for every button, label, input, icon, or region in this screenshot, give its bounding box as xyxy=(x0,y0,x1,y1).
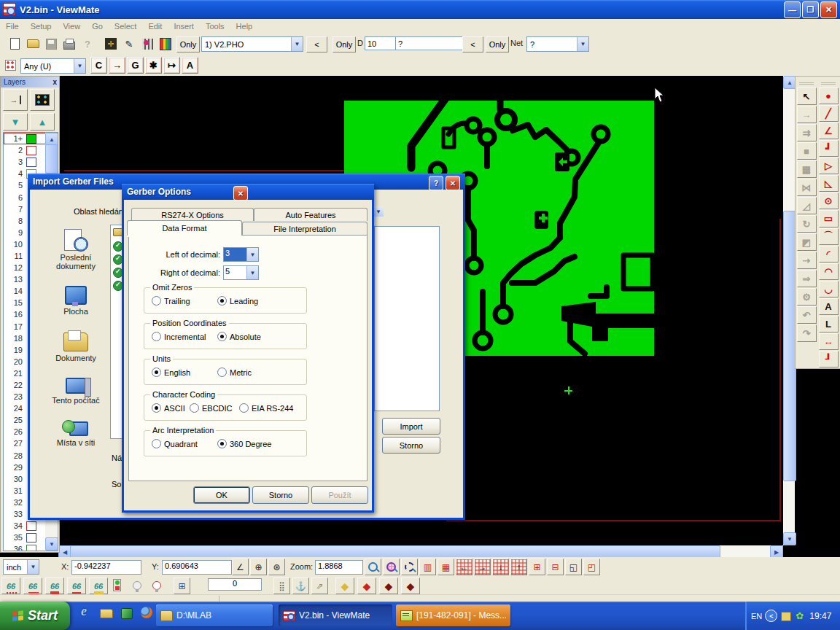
place-documents[interactable]: Dokumenty xyxy=(42,328,109,362)
gerber-dialog-titlebar[interactable]: Gerber Options ✕ xyxy=(122,184,374,200)
save-icon[interactable] xyxy=(42,35,60,52)
rotate-tool-icon[interactable]: ↻ xyxy=(797,215,817,233)
full-grid-icon[interactable]: ▦ xyxy=(438,559,454,575)
open-file-icon[interactable] xyxy=(24,35,42,52)
arc-up-tool-icon[interactable]: ◠ xyxy=(819,263,839,280)
select-c-icon[interactable]: C xyxy=(90,57,107,74)
angle-measure-icon[interactable]: ∠ xyxy=(232,559,249,575)
select-window-icon[interactable]: ◰ xyxy=(583,559,600,575)
radio-metric[interactable]: Metric xyxy=(217,368,252,377)
layer-down-icon[interactable]: ▼ xyxy=(3,113,28,131)
scroll-down-icon[interactable]: ▼ xyxy=(45,537,58,551)
vector-snap-icon[interactable]: ⇗ xyxy=(311,578,328,594)
menu-item[interactable]: Help xyxy=(230,20,259,32)
menu-item[interactable]: Edit xyxy=(142,20,168,32)
select-g-icon[interactable]: G xyxy=(127,57,144,74)
pan-left-icon[interactable]: ← xyxy=(456,559,472,575)
layers-panel-titlebar[interactable]: Layers x xyxy=(1,77,59,88)
highlight-state-icon[interactable] xyxy=(109,578,125,593)
arc-tool-icon[interactable]: ◜ xyxy=(819,246,839,262)
unit-select[interactable]: inch▼ xyxy=(3,559,39,575)
dcode-filter-input[interactable] xyxy=(395,36,464,50)
tile-view-icon[interactable]: ⊞ xyxy=(174,578,190,594)
ortho-line-tool-icon[interactable]: ┛ xyxy=(819,140,839,157)
dimension-tool-icon[interactable]: ↔ xyxy=(819,333,839,350)
goto-next-icon[interactable]: → xyxy=(109,57,125,74)
storno-button[interactable]: Storno xyxy=(252,486,309,504)
anchor-icon[interactable]: ⚓ xyxy=(292,578,309,594)
help-book-icon[interactable] xyxy=(120,606,134,621)
close-button[interactable]: ✕ xyxy=(820,1,837,18)
layer-table-icon[interactable] xyxy=(30,89,55,111)
pad-flash-mode-icon[interactable]: ◆ xyxy=(335,578,354,594)
selected-files-list[interactable] xyxy=(374,226,440,411)
icq-tray-icon[interactable]: ✿ xyxy=(794,610,805,621)
line-tool-icon[interactable]: ╱ xyxy=(819,105,839,122)
net-select[interactable]: ?▼ xyxy=(526,36,589,52)
import-button[interactable]: Import xyxy=(382,418,440,435)
view-filled-icon[interactable] xyxy=(45,578,64,594)
task-messenger[interactable]: [191-482-091] - Mess... xyxy=(396,604,510,626)
arc-down-tool-icon[interactable]: ◡ xyxy=(819,281,839,298)
prev-layer-button[interactable]: < xyxy=(306,36,327,52)
tab-auto-features[interactable]: Auto Features xyxy=(254,208,368,221)
move-tool-icon[interactable]: → xyxy=(797,106,817,123)
menu-item[interactable]: Tools xyxy=(200,20,230,32)
close-icon[interactable]: ✕ xyxy=(233,186,248,201)
color-setup-icon[interactable] xyxy=(157,35,174,52)
mirror-tool-icon[interactable]: ⋈ xyxy=(797,179,817,196)
flip-tool-icon[interactable]: ◿ xyxy=(797,197,817,214)
pan-right-icon[interactable]: → xyxy=(474,559,491,575)
close-icon[interactable]: ✕ xyxy=(446,176,460,190)
prev-net-button[interactable]: < xyxy=(462,36,483,52)
help-icon[interactable]: ? xyxy=(429,176,443,190)
settings-tool-icon[interactable]: ⚙ xyxy=(797,288,817,306)
place-my-computer[interactable]: Tento počítač xyxy=(42,375,109,405)
ok-button[interactable]: OK xyxy=(193,486,250,504)
only-layer-button[interactable]: Only xyxy=(176,36,200,52)
transform-tool-icon[interactable]: ↷ xyxy=(797,324,817,342)
context-help-icon[interactable] xyxy=(79,35,96,52)
task-dmlab[interactable]: D:\MLAB xyxy=(156,604,273,626)
film-box-icon[interactable]: ▥ xyxy=(419,559,436,575)
place-desktop[interactable]: Plocha xyxy=(42,283,109,316)
pad-sketch-mode-icon[interactable]: ◆ xyxy=(379,578,398,594)
menu-item[interactable]: Go xyxy=(86,20,109,32)
step-repeat-icon[interactable]: ⇒ xyxy=(797,270,817,287)
scroll-down-icon[interactable]: ▼ xyxy=(783,532,796,545)
menu-item[interactable]: View xyxy=(57,20,86,32)
view-traces-icon[interactable] xyxy=(23,578,42,594)
pan-up-icon[interactable]: ↑ xyxy=(510,559,527,575)
right-of-decimal-select[interactable]: 5▼ xyxy=(223,265,259,280)
zoom-select-icon[interactable] xyxy=(401,559,418,575)
new-document-icon[interactable] xyxy=(6,35,23,52)
folder-launch-icon[interactable] xyxy=(99,606,114,621)
layer-setup-icon[interactable] xyxy=(139,35,156,52)
layer-color-swatch[interactable] xyxy=(26,158,36,167)
menu-item[interactable]: Setup xyxy=(25,20,58,32)
move-view-icon[interactable]: ⊟ xyxy=(547,559,564,575)
radio-english[interactable]: English xyxy=(152,368,190,377)
view-sketch-icon[interactable] xyxy=(89,578,108,594)
radio-ebcdic[interactable]: EBCDIC xyxy=(190,403,233,413)
zoom-tool-icon[interactable] xyxy=(365,559,381,575)
place-recent-documents[interactable]: Poslední dokumenty xyxy=(42,229,109,271)
text-tool-icon[interactable]: A xyxy=(819,298,839,315)
radio-incremental[interactable]: Incremental xyxy=(152,332,206,341)
dim-layers-icon[interactable] xyxy=(129,578,144,593)
view-outline-icon[interactable] xyxy=(67,578,86,594)
apply-button[interactable]: Použít xyxy=(311,486,368,504)
layer-color-swatch[interactable] xyxy=(26,134,36,144)
internet-explorer-icon[interactable] xyxy=(79,606,93,621)
undo-icon[interactable]: ↶ xyxy=(797,306,817,324)
layer-color-swatch[interactable] xyxy=(26,545,36,551)
restore-button[interactable]: ❐ xyxy=(802,1,819,18)
snap-grid-icon[interactable]: ⣿ xyxy=(273,578,290,594)
goto-dcode-icon[interactable]: ↦ xyxy=(163,57,180,74)
pad-tool-icon[interactable]: ● xyxy=(819,88,839,104)
pad-draw-mode-icon[interactable]: ◆ xyxy=(357,578,376,594)
pattern-filter-icon[interactable] xyxy=(2,57,18,73)
any-filter-select[interactable]: Any (U)▼ xyxy=(20,58,86,74)
close-icon[interactable]: x xyxy=(52,78,57,86)
flash-select-icon[interactable]: ✱ xyxy=(145,57,162,74)
